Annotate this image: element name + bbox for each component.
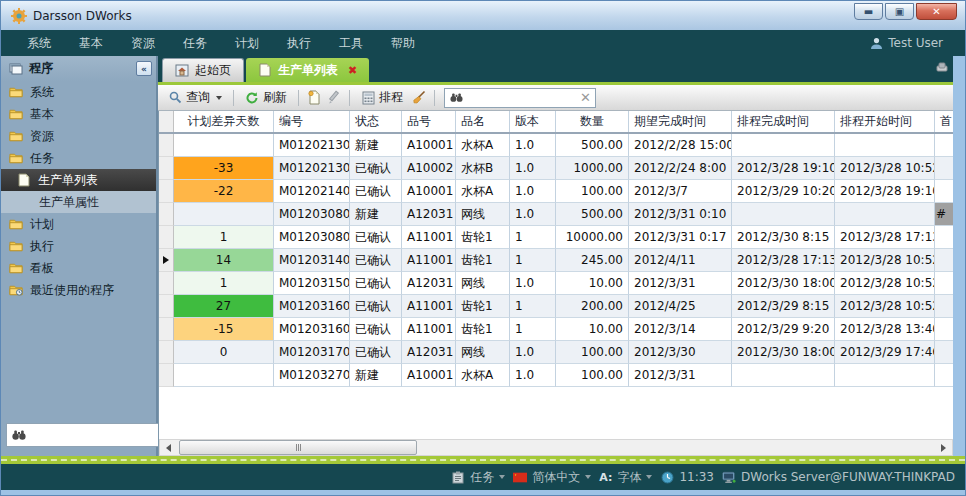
cell-status[interactable]: 新建 [350, 134, 402, 157]
cell-diff[interactable]: 27 [174, 295, 274, 318]
cell-version[interactable]: 1.0 [510, 157, 556, 180]
cell-item_name[interactable]: 水杯B [456, 157, 510, 180]
cell-status[interactable]: 新建 [350, 364, 402, 387]
cell-code[interactable]: M012032701 [274, 364, 350, 387]
cell-expect[interactable]: 2012/3/7 [629, 180, 732, 203]
sidebar-item-9[interactable]: 最近使用的程序 [1, 279, 156, 301]
sidebar-collapse-button[interactable]: « [136, 61, 152, 76]
cell-sched_start[interactable]: 2012/3/28 13:40 [835, 318, 935, 341]
sidebar-item-7[interactable]: 执行 [1, 235, 156, 257]
cell-code[interactable]: M012031402 [274, 249, 350, 272]
cell-version[interactable]: 1 [510, 295, 556, 318]
cell-code[interactable]: M012030802 [274, 226, 350, 249]
cell-extra[interactable] [935, 341, 953, 364]
cell-sched_start[interactable] [835, 203, 935, 226]
cell-sched_start[interactable]: 2012/3/28 19:10 [835, 180, 935, 203]
cell-version[interactable]: 1 [510, 249, 556, 272]
scroll-right-button[interactable] [935, 440, 952, 455]
scroll-left-button[interactable] [160, 440, 177, 455]
cell-qty[interactable]: 10000.00 [556, 226, 629, 249]
cell-extra[interactable] [935, 157, 953, 180]
cell-status[interactable]: 已确认 [350, 272, 402, 295]
cell-sched_end[interactable]: 2012/3/30 8:15 [732, 226, 835, 249]
horizontal-scrollbar[interactable] [159, 439, 953, 456]
cell-item_no[interactable]: A10001 [402, 180, 456, 203]
table-row[interactable]: 14M012031402已确认A11001齿轮11245.002012/4/11… [159, 249, 953, 272]
tab-0[interactable]: 起始页 [162, 58, 244, 82]
current-row-indicator[interactable] [159, 249, 174, 272]
cell-extra[interactable] [935, 295, 953, 318]
cell-item_name[interactable]: 水杯A [456, 134, 510, 157]
cell-extra[interactable] [935, 272, 953, 295]
sidebar-item-0[interactable]: 系统 [1, 81, 156, 103]
cell-status[interactable]: 已确认 [350, 295, 402, 318]
cell-code[interactable]: M012031501 [274, 272, 350, 295]
column-header-6[interactable]: 数量 [556, 111, 629, 132]
table-row[interactable]: M012021301新建A10001水杯A1.0500.002012/2/28 … [159, 134, 953, 157]
cell-extra[interactable]: # [935, 203, 953, 226]
cell-item_name[interactable]: 水杯A [456, 364, 510, 387]
cell-item_no[interactable]: A11001 [402, 226, 456, 249]
cell-code[interactable]: M012021302 [274, 157, 350, 180]
cell-status[interactable]: 新建 [350, 203, 402, 226]
query-button[interactable]: 查询 [164, 87, 226, 108]
cell-diff[interactable] [174, 364, 274, 387]
edit-pencil-icon[interactable] [326, 90, 342, 106]
column-header-1[interactable]: 编号 [274, 111, 350, 132]
menu-item-2[interactable]: 资源 [117, 31, 169, 56]
cell-qty[interactable]: 100.00 [556, 341, 629, 364]
cell-code[interactable]: M012021301 [274, 134, 350, 157]
cell-status[interactable]: 已确认 [350, 226, 402, 249]
menu-item-3[interactable]: 任务 [169, 31, 221, 56]
row-margin-cell[interactable] [159, 180, 174, 203]
cell-code[interactable]: M012030801 [274, 203, 350, 226]
cell-sched_start[interactable]: 2012/3/28 10:52 [835, 272, 935, 295]
cell-sched_start[interactable]: 2012/3/28 17:13 [835, 226, 935, 249]
cell-expect[interactable]: 2012/3/31 [629, 272, 732, 295]
cell-item_no[interactable]: A12031 [402, 272, 456, 295]
cell-version[interactable]: 1 [510, 318, 556, 341]
toolbar-search-clear-icon[interactable]: ✕ [580, 90, 591, 105]
cell-status[interactable]: 已确认 [350, 341, 402, 364]
row-margin-cell[interactable] [159, 341, 174, 364]
column-header-7[interactable]: 期望完成时间 [629, 111, 732, 132]
cell-qty[interactable]: 10.00 [556, 318, 629, 341]
cell-expect[interactable]: 2012/3/31 [629, 364, 732, 387]
column-header-3[interactable]: 品号 [402, 111, 456, 132]
cell-diff[interactable]: 1 [174, 272, 274, 295]
column-header-5[interactable]: 版本 [510, 111, 556, 132]
row-margin-cell[interactable] [159, 318, 174, 341]
cell-sched_end[interactable]: 2012/3/30 18:00 [732, 272, 835, 295]
cell-item_no[interactable]: A11001 [402, 318, 456, 341]
table-row[interactable]: 1M012030802已确认A11001齿轮1110000.002012/3/3… [159, 226, 953, 249]
cell-extra[interactable] [935, 249, 953, 272]
query-dropdown-caret[interactable] [216, 96, 222, 100]
cell-item_no[interactable]: A10001 [402, 134, 456, 157]
menu-item-7[interactable]: 帮助 [377, 31, 429, 56]
scrollbar-thumb[interactable] [179, 440, 417, 455]
table-row[interactable]: M012032701新建A10001水杯A1.0100.002012/3/31 [159, 364, 953, 387]
cell-diff[interactable]: 1 [174, 226, 274, 249]
cell-item_no[interactable]: A10002 [402, 157, 456, 180]
cell-sched_start[interactable] [835, 364, 935, 387]
cell-item_name[interactable]: 齿轮1 [456, 295, 510, 318]
new-document-icon[interactable] [306, 90, 322, 106]
cell-item_no[interactable]: A12031 [402, 341, 456, 364]
tab-close-icon[interactable]: ✖ [348, 64, 357, 77]
cell-sched_end[interactable] [732, 364, 835, 387]
language-status-item[interactable]: 简体中文 [513, 469, 591, 486]
cell-qty[interactable]: 200.00 [556, 295, 629, 318]
table-row[interactable]: -33M012021302已确认A10002水杯B1.01000.002012/… [159, 157, 953, 180]
row-margin-cell[interactable] [159, 134, 174, 157]
cell-sched_end[interactable]: 2012/3/30 18:00 [732, 341, 835, 364]
font-status-item[interactable]: A: 字体 [599, 469, 652, 486]
cell-version[interactable]: 1.0 [510, 180, 556, 203]
cell-expect[interactable]: 2012/3/31 0:10 [629, 203, 732, 226]
cell-item_name[interactable]: 齿轮1 [456, 249, 510, 272]
cell-sched_end[interactable]: 2012/3/29 10:20 [732, 180, 835, 203]
toolbar-search-input[interactable] [467, 91, 576, 104]
cell-code[interactable]: M012021401 [274, 180, 350, 203]
tasks-status-item[interactable]: 任务 [451, 469, 505, 486]
cell-item_name[interactable]: 网线 [456, 203, 510, 226]
column-header-8[interactable]: 排程完成时间 [732, 111, 835, 132]
